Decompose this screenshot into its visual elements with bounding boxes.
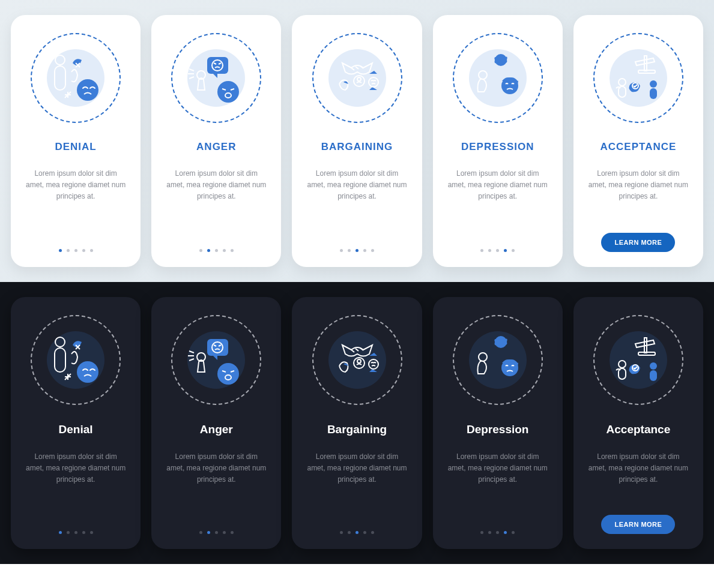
pagination-dot[interactable] [215,249,218,252]
pagination-dot[interactable] [223,249,226,252]
card-desc: Lorem ipsum dolor sit dim amet, mea regi… [25,451,127,486]
pagination-dot[interactable] [59,249,62,252]
pagination-dots [199,249,234,252]
denial-icon: .st{stroke:#fff;stroke-width:2;}.stw{str… [31,315,121,405]
card-desc: Lorem ipsum dolor sit dim amet, mea regi… [165,451,267,486]
pagination-dot[interactable] [363,249,366,252]
card-title: Denial [59,423,93,436]
bargaining-icon: .st{stroke:#2a6dc8;stroke-width:2;}.stw{… [312,33,402,123]
pagination-dots [199,531,234,534]
card-denial: .st{stroke:#fff;stroke-width:2;}.stw{str… [11,297,141,549]
card-desc: Lorem ipsum dolor sit dim amet, mea regi… [306,451,408,486]
pagination-dot[interactable] [67,249,70,252]
pagination-dot[interactable] [371,531,374,534]
card-depression: .st{stroke:#2a6dc8;stroke-width:2;}.stw{… [433,15,563,267]
pagination-dots [59,531,93,534]
pagination-dot[interactable] [504,531,507,534]
pagination-dot[interactable] [480,531,483,534]
pagination-dots [59,249,93,252]
acceptance-icon: .st{stroke:#2a6dc8;stroke-width:2;}.stw{… [593,33,683,123]
card-title: Acceptance [607,423,671,436]
pagination-dot[interactable] [215,531,218,534]
card-title: DENIAL [55,141,96,153]
card-desc: Lorem ipsum dolor sit dim amet, mea regi… [306,168,408,203]
pagination-dot[interactable] [355,531,359,534]
dark-section: .st{stroke:#fff;stroke-width:2;}.stw{str… [0,282,714,564]
learn-more-button[interactable]: LEARN MORE [601,233,675,252]
card-title: Depression [467,423,528,436]
pagination-dot[interactable] [207,249,210,252]
pagination-dots [480,249,515,252]
card-depression: .st{stroke:#fff;stroke-width:2;}.stw{str… [433,297,563,549]
pagination-dot[interactable] [504,249,507,252]
card-acceptance: .st{stroke:#fff;stroke-width:2;}.stw{str… [573,297,703,549]
pagination-dot[interactable] [480,249,483,252]
pagination-dot[interactable] [90,249,93,252]
pagination-dot[interactable] [340,531,343,534]
pagination-dot[interactable] [74,531,77,534]
pagination-dot[interactable] [231,249,234,252]
pagination-dot[interactable] [340,249,343,252]
pagination-dot[interactable] [348,531,351,534]
anger-icon: .st{stroke:#fff;stroke-width:2;}.stw{str… [171,315,261,405]
depression-icon: .st{stroke:#2a6dc8;stroke-width:2;}.stw{… [453,33,543,123]
card-title: Bargaining [327,423,387,436]
pagination-dot[interactable] [82,249,85,252]
pagination-dot[interactable] [199,249,202,252]
pagination-dot[interactable] [90,531,93,534]
pagination-dot[interactable] [371,249,374,252]
card-desc: Lorem ipsum dolor sit dim amet, mea regi… [587,168,689,203]
pagination-dot[interactable] [207,531,210,534]
card-anger: .st{stroke:#2a6dc8;stroke-width:2;}.stw{… [151,15,281,267]
pagination-dot[interactable] [223,531,226,534]
denial-icon: .st{stroke:#2a6dc8;stroke-width:2;}.stw{… [31,33,121,123]
card-desc: Lorem ipsum dolor sit dim amet, mea regi… [165,168,267,203]
pagination-dot[interactable] [496,249,499,252]
pagination-dot[interactable] [488,249,491,252]
anger-icon: .st{stroke:#2a6dc8;stroke-width:2;}.stw{… [171,33,261,123]
card-title: ANGER [196,141,236,153]
card-title: DEPRESSION [461,141,534,153]
pagination-dot[interactable] [512,249,515,252]
card-anger: .st{stroke:#fff;stroke-width:2;}.stw{str… [151,297,281,549]
pagination-dot[interactable] [59,531,62,534]
pagination-dot[interactable] [82,531,85,534]
pagination-dot[interactable] [199,531,202,534]
acceptance-icon: .st{stroke:#fff;stroke-width:2;}.stw{str… [593,315,683,405]
pagination-dot[interactable] [348,249,351,252]
bargaining-icon: .st{stroke:#fff;stroke-width:2;}.stw{str… [312,315,402,405]
pagination-dot[interactable] [512,531,515,534]
pagination-dot[interactable] [74,249,77,252]
card-desc: Lorem ipsum dolor sit dim amet, mea regi… [447,451,549,486]
card-title: ACCEPTANCE [601,141,677,153]
card-title: Anger [200,423,233,436]
learn-more-button[interactable]: LEARN MORE [601,515,675,534]
pagination-dot[interactable] [496,531,499,534]
card-desc: Lorem ipsum dolor sit dim amet, mea regi… [587,451,689,486]
card-desc: Lorem ipsum dolor sit dim amet, mea regi… [25,168,127,203]
light-section: .st{stroke:#2a6dc8;stroke-width:2;}.stw{… [0,0,714,282]
pagination-dots [340,249,374,252]
pagination-dot[interactable] [355,249,359,252]
pagination-dot[interactable] [488,531,491,534]
pagination-dot[interactable] [231,531,234,534]
pagination-dot[interactable] [363,531,366,534]
depression-icon: .st{stroke:#fff;stroke-width:2;}.stw{str… [453,315,543,405]
card-title: BARGAINING [321,141,393,153]
pagination-dots [480,531,515,534]
card-bargaining: .st{stroke:#fff;stroke-width:2;}.stw{str… [292,297,422,549]
card-denial: .st{stroke:#2a6dc8;stroke-width:2;}.stw{… [11,15,141,267]
pagination-dots [340,531,374,534]
card-desc: Lorem ipsum dolor sit dim amet, mea regi… [447,168,549,203]
card-acceptance: .st{stroke:#2a6dc8;stroke-width:2;}.stw{… [573,15,703,267]
pagination-dot[interactable] [67,531,70,534]
card-bargaining: .st{stroke:#2a6dc8;stroke-width:2;}.stw{… [292,15,422,267]
